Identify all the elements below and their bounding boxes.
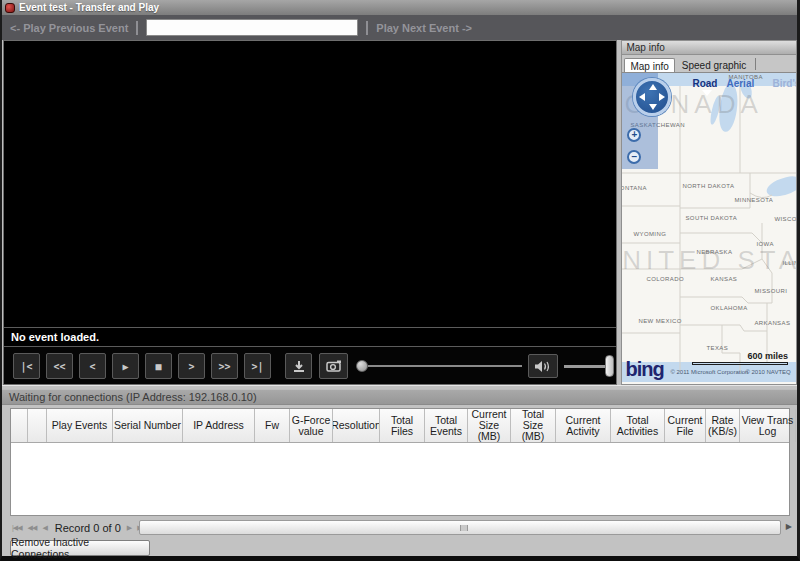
column-header-serial-number[interactable]: Serial Number bbox=[113, 409, 183, 442]
column-header-rate-kb-s[interactable]: Rate (KB/s) bbox=[706, 409, 740, 442]
app-icon bbox=[5, 3, 15, 13]
play-next-event-button[interactable]: Play Next Event -> bbox=[376, 22, 472, 34]
map-label-wisconsin: WISCONSIN bbox=[774, 216, 796, 222]
column-header-ip-address[interactable]: IP Address bbox=[183, 409, 255, 442]
seek-track[interactable] bbox=[368, 365, 522, 367]
column-header-play-events[interactable]: Play Events bbox=[47, 409, 113, 442]
column-header[interactable] bbox=[28, 409, 47, 442]
video-status-text: No event loaded. bbox=[4, 327, 616, 346]
event-toolbar: <- Play Previous Event Play Next Event -… bbox=[2, 15, 797, 40]
map-label-iowa: IOWA bbox=[756, 241, 773, 247]
app-window: Event test - Transfer and Play <- Play P… bbox=[0, 0, 800, 561]
title-bar[interactable]: Event test - Transfer and Play bbox=[2, 0, 797, 15]
horizontal-scrollbar[interactable] bbox=[139, 520, 781, 535]
event-name-input[interactable] bbox=[146, 19, 358, 36]
rewind-button[interactable]: << bbox=[46, 353, 73, 379]
map-label-missouri: MISSOURI bbox=[754, 288, 787, 294]
map-info-panel: Map info Map infoSpeed graphic bbox=[621, 40, 797, 385]
map-style-road[interactable]: Road bbox=[692, 78, 717, 89]
selected-style-pointer-icon bbox=[702, 90, 712, 96]
map-style-bird-s-eye[interactable]: Bird's eye bbox=[772, 78, 796, 89]
tab-separator bbox=[755, 58, 756, 70]
mute-button[interactable] bbox=[528, 354, 558, 378]
toolbar-separator bbox=[136, 21, 138, 35]
map-label-illinois: ILLINOIS bbox=[782, 260, 796, 266]
map-label-kansas: KANSAS bbox=[710, 276, 737, 282]
video-panel: No event loaded. |<<<<▶■>>>>| bbox=[3, 40, 617, 385]
volume-slider[interactable] bbox=[564, 355, 614, 377]
map-panel-header: Map info bbox=[622, 41, 796, 55]
map-tabs: Map infoSpeed graphic bbox=[622, 55, 796, 72]
map-copyright-navteq: © 2010 NAVTEQ bbox=[745, 369, 790, 375]
pan-right-icon[interactable] bbox=[659, 93, 665, 101]
map-label-montana: MONTANA bbox=[622, 185, 646, 191]
column-header-g-force-value[interactable]: G-Force value bbox=[290, 409, 333, 442]
volume-thumb[interactable] bbox=[605, 355, 614, 377]
map-label-south-dakota: SOUTH DAKOTA bbox=[685, 215, 737, 221]
play-button[interactable]: ▶ bbox=[112, 353, 139, 379]
map-label-oklahoma: OKLAHOMA bbox=[710, 305, 747, 311]
record-navigator: |◀◀ ◀◀ ◀ Record 0 of 0 ▶ ▶▶ ▶▶| ◀ ▶ bbox=[2, 519, 797, 536]
stop-button[interactable]: ■ bbox=[145, 353, 172, 379]
bing-map[interactable]: CANADA UNITED STATES RoadAerialBird's ey… bbox=[622, 72, 796, 384]
column-header-total-size-mb[interactable]: Total Size (MB) bbox=[511, 409, 556, 442]
window-title: Event test - Transfer and Play bbox=[19, 2, 159, 13]
playback-controls: |<<<<▶■>>>>| bbox=[4, 346, 616, 384]
connections-table-header: Play EventsSerial NumberIP AddressFwG-Fo… bbox=[11, 409, 789, 443]
map-label-manitoba: MANITOBA bbox=[728, 74, 762, 80]
download-event-button[interactable] bbox=[285, 353, 312, 379]
record-count-label: Record 0 of 0 bbox=[55, 522, 121, 534]
connections-table-body[interactable] bbox=[11, 443, 789, 515]
column-header-total-activities[interactable]: Total Activities bbox=[611, 409, 665, 442]
map-copyright-microsoft: © 2011 Microsoft Corporation bbox=[670, 369, 748, 375]
connections-panel: Waiting for connections (IP Address: 192… bbox=[2, 385, 797, 556]
toolbar-separator bbox=[366, 21, 368, 35]
column-header-view-trans-log[interactable]: View Trans Log bbox=[740, 409, 796, 442]
map-label-north-dakota: NORTH DAKOTA bbox=[682, 183, 734, 189]
column-header-current-size-mb[interactable]: Current Size (MB) bbox=[468, 409, 511, 442]
column-header-current-activity[interactable]: Current Activity bbox=[556, 409, 611, 442]
map-label-nebraska: NEBRASKA bbox=[696, 249, 732, 255]
hscroll-right-icon[interactable]: ▶ bbox=[786, 522, 792, 531]
map-label-wyoming: WYOMING bbox=[633, 231, 666, 237]
skip-end-button[interactable]: >| bbox=[244, 353, 271, 379]
tab-speed-graphic[interactable]: Speed graphic bbox=[676, 57, 753, 72]
seek-slider[interactable] bbox=[356, 360, 522, 372]
step-forward-button[interactable]: > bbox=[178, 353, 205, 379]
pan-left-icon[interactable] bbox=[639, 93, 645, 101]
column-header-current-file[interactable]: Current File bbox=[665, 409, 706, 442]
tab-map-info[interactable]: Map info bbox=[624, 58, 674, 73]
seek-thumb[interactable] bbox=[356, 360, 368, 372]
column-header[interactable] bbox=[11, 409, 28, 442]
record-prev-button[interactable]: ◀ bbox=[42, 524, 46, 532]
remove-inactive-connections-button[interactable]: Remove Inactive Connections bbox=[10, 540, 150, 556]
speaker-icon bbox=[534, 360, 552, 373]
record-prev-page-button[interactable]: ◀◀ bbox=[28, 524, 37, 532]
video-screen bbox=[4, 41, 616, 327]
scrollbar-grip[interactable] bbox=[460, 525, 468, 531]
step-back-button[interactable]: < bbox=[79, 353, 106, 379]
map-label-new-mexico: NEW MEXICO bbox=[638, 318, 681, 324]
connections-status-bar: Waiting for connections (IP Address: 192… bbox=[2, 389, 797, 405]
download-icon bbox=[292, 359, 306, 373]
map-label-texas: TEXAS bbox=[706, 345, 728, 351]
play-previous-event-button[interactable]: <- Play Previous Event bbox=[10, 22, 128, 34]
column-header-fw[interactable]: Fw bbox=[255, 409, 290, 442]
pan-down-icon[interactable] bbox=[649, 104, 657, 110]
map-label-minnesota: MINNESOTA bbox=[734, 197, 773, 203]
record-next-button[interactable]: ▶ bbox=[127, 524, 131, 532]
connections-table: Play EventsSerial NumberIP AddressFwG-Fo… bbox=[10, 408, 790, 516]
bing-logo[interactable]: bing bbox=[625, 358, 663, 381]
record-first-button[interactable]: |◀◀ bbox=[12, 524, 22, 532]
pan-up-icon[interactable] bbox=[649, 84, 657, 90]
camera-icon bbox=[326, 360, 342, 372]
fast-forward-button[interactable]: >> bbox=[211, 353, 238, 379]
column-header-total-events[interactable]: Total Events bbox=[425, 409, 468, 442]
snapshot-button[interactable] bbox=[319, 353, 348, 379]
column-header-resolution[interactable]: Resolution bbox=[333, 409, 380, 442]
column-header-total-files[interactable]: Total Files bbox=[380, 409, 425, 442]
map-label-colorado: COLORADO bbox=[646, 276, 684, 282]
map-label-arkansas: ARKANSAS bbox=[754, 320, 790, 326]
skip-start-button[interactable]: |< bbox=[13, 353, 40, 379]
map-scale-label: 600 miles bbox=[747, 351, 788, 361]
